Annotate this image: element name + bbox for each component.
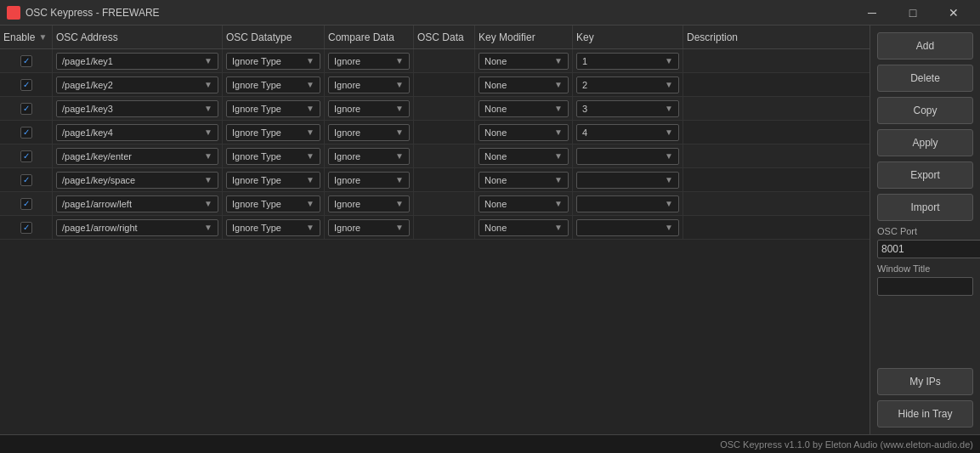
key-modifier-dropdown[interactable]: None▼: [479, 172, 569, 189]
cell-enable: [0, 168, 53, 191]
key-modifier-dropdown[interactable]: None▼: [479, 53, 569, 70]
maximize-button[interactable]: □: [893, 0, 932, 25]
cell-key: 4▼: [573, 121, 683, 144]
cell-key: 1▼: [573, 49, 683, 72]
key-dropdown[interactable]: 2▼: [576, 76, 679, 93]
key-dropdown[interactable]: 1▼: [576, 53, 679, 70]
sidebar: Add Delete Copy Apply Export Import OSC …: [870, 25, 980, 434]
table-row: /page1/arrow/left▼Ignore Type▼Ignore▼Non…: [0, 192, 870, 216]
compare-data-dropdown[interactable]: Ignore▼: [328, 148, 410, 165]
key-dropdown[interactable]: ▼: [576, 219, 679, 236]
key-modifier-dropdown[interactable]: None▼: [479, 76, 569, 93]
osc-datatype-dropdown[interactable]: Ignore Type▼: [226, 76, 320, 93]
hide-in-tray-button[interactable]: Hide in Tray: [877, 400, 973, 428]
compare-data-dropdown[interactable]: Ignore▼: [328, 100, 410, 117]
minimize-button[interactable]: ─: [853, 0, 892, 25]
cell-osc-address: /page1/key/enter▼: [53, 144, 223, 167]
key-modifier-dropdown[interactable]: None▼: [479, 219, 569, 236]
enable-checkbox[interactable]: [20, 222, 32, 234]
cell-compare-data: Ignore▼: [325, 97, 414, 120]
compare-data-dropdown[interactable]: Ignore▼: [328, 172, 410, 189]
cell-osc-datatype: Ignore Type▼: [223, 49, 325, 72]
add-button[interactable]: Add: [877, 32, 973, 59]
osc-datatype-dropdown[interactable]: Ignore Type▼: [226, 172, 320, 189]
cell-key: ▼: [573, 192, 683, 215]
cell-enable: [0, 144, 53, 167]
osc-port-section: OSC Port: [877, 226, 973, 258]
key-modifier-dropdown[interactable]: None▼: [479, 124, 569, 141]
cell-key-modifier: None▼: [475, 216, 573, 239]
table-area: Enable ▼ OSC Address OSC Datatype Compar…: [0, 25, 870, 434]
import-button[interactable]: Import: [877, 194, 973, 221]
delete-button[interactable]: Delete: [877, 65, 973, 92]
cell-enable: [0, 121, 53, 144]
compare-data-dropdown[interactable]: Ignore▼: [328, 219, 410, 236]
osc-address-dropdown[interactable]: /page1/key1▼: [56, 53, 218, 70]
compare-data-dropdown[interactable]: Ignore▼: [328, 53, 410, 70]
cell-osc-datatype: Ignore Type▼: [223, 192, 325, 215]
statusbar: OSC Keypress v1.1.0 by Eleton Audio (www…: [0, 434, 980, 453]
enable-checkbox[interactable]: [20, 55, 32, 67]
enable-checkbox[interactable]: [20, 103, 32, 115]
key-modifier-dropdown[interactable]: None▼: [479, 148, 569, 165]
apply-button[interactable]: Apply: [877, 129, 973, 156]
osc-datatype-dropdown[interactable]: Ignore Type▼: [226, 53, 320, 70]
cell-enable: [0, 216, 53, 239]
table-row: /page1/arrow/right▼Ignore Type▼Ignore▼No…: [0, 216, 870, 240]
osc-address-dropdown[interactable]: /page1/key2▼: [56, 76, 218, 93]
enable-checkbox[interactable]: [20, 127, 32, 139]
osc-datatype-dropdown[interactable]: Ignore Type▼: [226, 100, 320, 117]
window-title-input[interactable]: [877, 277, 973, 296]
close-button[interactable]: ✕: [934, 0, 973, 25]
cell-description: [683, 97, 870, 120]
key-dropdown[interactable]: ▼: [576, 148, 679, 165]
col-header-enable: Enable ▼: [0, 25, 53, 48]
osc-address-dropdown[interactable]: /page1/key/space▼: [56, 172, 218, 189]
osc-datatype-dropdown[interactable]: Ignore Type▼: [226, 219, 320, 236]
osc-address-dropdown[interactable]: /page1/arrow/left▼: [56, 195, 218, 212]
cell-key-modifier: None▼: [475, 49, 573, 72]
table-row: /page1/key/space▼Ignore Type▼Ignore▼None…: [0, 168, 870, 192]
key-dropdown[interactable]: ▼: [576, 172, 679, 189]
col-header-compare-data: Compare Data: [325, 25, 414, 48]
cell-compare-data: Ignore▼: [325, 192, 414, 215]
cell-osc-datatype: Ignore Type▼: [223, 216, 325, 239]
cell-osc-datatype: Ignore Type▼: [223, 168, 325, 191]
sort-icon: ▼: [38, 32, 47, 42]
key-dropdown[interactable]: 3▼: [576, 100, 679, 117]
cell-key: ▼: [573, 168, 683, 191]
my-ips-button[interactable]: My IPs: [877, 368, 973, 395]
copy-button[interactable]: Copy: [877, 97, 973, 124]
enable-checkbox[interactable]: [20, 150, 32, 162]
compare-data-dropdown[interactable]: Ignore▼: [328, 76, 410, 93]
cell-key-modifier: None▼: [475, 121, 573, 144]
cell-key-modifier: None▼: [475, 97, 573, 120]
table-row: /page1/key3▼Ignore Type▼Ignore▼None▼3▼: [0, 97, 870, 121]
osc-address-dropdown[interactable]: /page1/key4▼: [56, 124, 218, 141]
osc-address-dropdown[interactable]: /page1/key/enter▼: [56, 148, 218, 165]
cell-enable: [0, 49, 53, 72]
osc-datatype-dropdown[interactable]: Ignore Type▼: [226, 124, 320, 141]
osc-port-input[interactable]: [877, 240, 980, 258]
cell-osc-datatype: Ignore Type▼: [223, 73, 325, 96]
titlebar: OSC Keypress - FREEWARE ─ □ ✕: [0, 0, 980, 25]
key-modifier-dropdown[interactable]: None▼: [479, 100, 569, 117]
cell-description: [683, 216, 870, 239]
enable-checkbox[interactable]: [20, 79, 32, 91]
osc-datatype-dropdown[interactable]: Ignore Type▼: [226, 148, 320, 165]
enable-checkbox[interactable]: [20, 174, 32, 186]
compare-data-dropdown[interactable]: Ignore▼: [328, 195, 410, 212]
key-dropdown[interactable]: 4▼: [576, 124, 679, 141]
osc-address-dropdown[interactable]: /page1/key3▼: [56, 100, 218, 117]
osc-datatype-dropdown[interactable]: Ignore Type▼: [226, 195, 320, 212]
key-dropdown[interactable]: ▼: [576, 195, 679, 212]
osc-address-dropdown[interactable]: /page1/arrow/right▼: [56, 219, 218, 236]
table-row: /page1/key1▼Ignore Type▼Ignore▼None▼1▼: [0, 49, 870, 73]
cell-key: ▼: [573, 144, 683, 167]
enable-checkbox[interactable]: [20, 198, 32, 210]
compare-data-dropdown[interactable]: Ignore▼: [328, 124, 410, 141]
key-modifier-dropdown[interactable]: None▼: [479, 195, 569, 212]
cell-osc-address: /page1/arrow/right▼: [53, 216, 223, 239]
export-button[interactable]: Export: [877, 161, 973, 189]
cell-osc-address: /page1/key4▼: [53, 121, 223, 144]
